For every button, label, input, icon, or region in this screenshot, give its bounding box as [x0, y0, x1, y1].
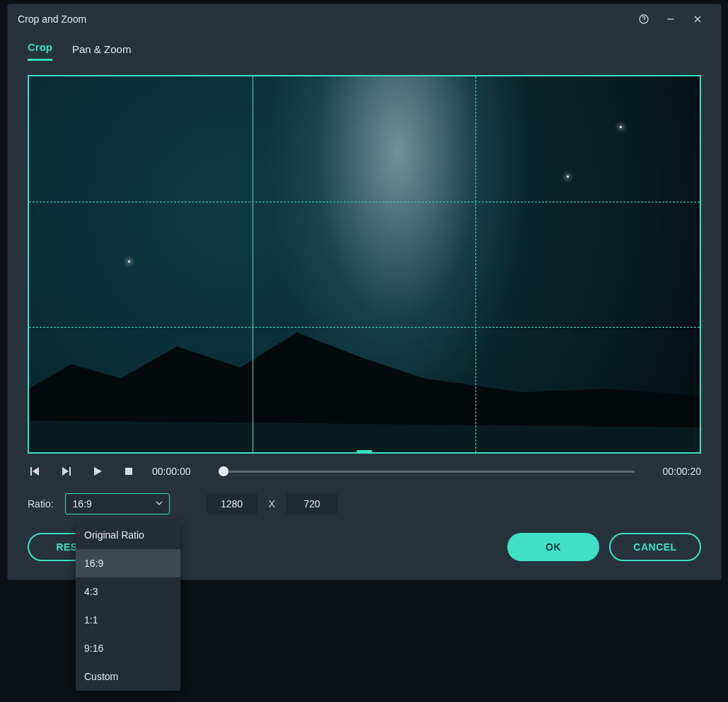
crop-handle-bottom[interactable] [357, 450, 372, 454]
next-frame-icon[interactable] [59, 464, 74, 479]
svg-rect-10 [125, 468, 132, 475]
ratio-option-1-1[interactable]: 1:1 [76, 606, 180, 634]
tab-pan-zoom[interactable]: Pan & Zoom [72, 43, 131, 61]
ratio-option-original[interactable]: Original Ratio [76, 521, 180, 549]
ratio-select-value: 16:9 [73, 498, 92, 510]
ratio-option-9-16[interactable]: 9:16 [76, 634, 180, 662]
cancel-button[interactable]: CANCEL [609, 533, 701, 561]
width-field[interactable] [207, 493, 258, 514]
svg-rect-5 [30, 467, 32, 476]
crop-handle-tl[interactable] [28, 75, 37, 85]
current-time: 00:00:00 [152, 466, 203, 477]
svg-marker-6 [33, 467, 39, 476]
close-icon[interactable] [684, 6, 711, 33]
titlebar: Crop and Zoom [8, 4, 721, 34]
svg-marker-9 [94, 467, 102, 476]
dimension-separator: X [269, 498, 275, 510]
crop-zoom-dialog: Crop and Zoom Crop Pan & Zoom [7, 4, 722, 580]
ratio-label: Ratio: [28, 498, 54, 510]
ratio-controls: Ratio: 16:9 X [8, 479, 721, 514]
svg-point-1 [644, 21, 645, 22]
ratio-option-16-9[interactable]: 16:9 [76, 549, 180, 577]
crop-preview[interactable] [28, 75, 701, 454]
ratio-dropdown: Original Ratio 16:9 4:3 1:1 9:16 Custom [76, 521, 180, 691]
prev-frame-icon[interactable] [28, 464, 43, 479]
duration-time: 00:00:20 [650, 466, 701, 477]
tab-crop[interactable]: Crop [28, 41, 52, 61]
ratio-option-4-3[interactable]: 4:3 [76, 577, 180, 606]
stop-icon[interactable] [121, 464, 137, 479]
playhead[interactable] [219, 466, 229, 476]
window-title: Crop and Zoom [18, 13, 86, 25]
ratio-select[interactable]: 16:9 [65, 493, 170, 514]
crop-handle-tr[interactable] [691, 75, 701, 85]
minimize-icon[interactable] [657, 6, 684, 33]
transport-bar: 00:00:00 00:00:20 [8, 454, 721, 479]
crop-handle-br[interactable] [691, 444, 701, 454]
play-icon[interactable] [90, 464, 105, 479]
timeline-slider[interactable] [219, 464, 635, 478]
height-field[interactable] [287, 493, 337, 514]
crop-handle-bl[interactable] [28, 444, 37, 454]
chevron-down-icon [155, 497, 163, 510]
ok-button[interactable]: OK [507, 533, 599, 561]
help-icon[interactable] [630, 6, 657, 33]
ratio-option-custom[interactable]: Custom [76, 662, 180, 691]
tab-bar: Crop Pan & Zoom [8, 34, 721, 61]
svg-marker-7 [62, 467, 69, 476]
svg-rect-8 [69, 467, 71, 476]
